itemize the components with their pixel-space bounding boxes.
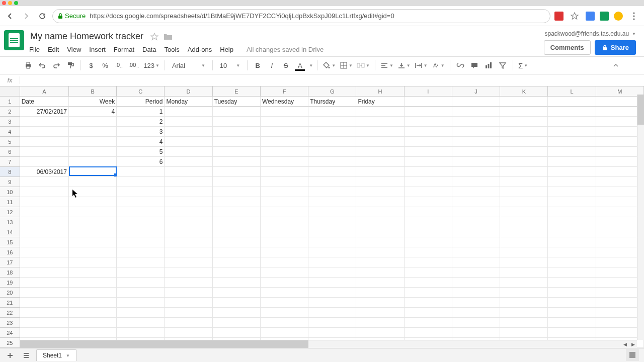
cell[interactable] (405, 288, 452, 298)
column-header[interactable]: D (165, 86, 212, 97)
cell[interactable] (213, 127, 261, 137)
cell[interactable] (20, 207, 69, 217)
cell[interactable] (117, 308, 165, 318)
cell[interactable] (117, 267, 165, 278)
column-header[interactable]: H (356, 86, 404, 97)
row-header[interactable]: 15 (0, 237, 20, 247)
cell[interactable] (500, 328, 548, 338)
cell[interactable] (548, 107, 596, 117)
cell[interactable] (452, 247, 500, 257)
cell[interactable] (452, 137, 500, 147)
cell[interactable] (20, 318, 69, 328)
row-header[interactable]: 25 (0, 338, 20, 348)
folder-icon[interactable] (164, 33, 173, 41)
row-header[interactable]: 4 (0, 127, 20, 137)
cell[interactable] (405, 207, 452, 217)
cell[interactable] (500, 227, 548, 237)
row-header[interactable]: 18 (0, 267, 20, 278)
cell[interactable]: 4 (117, 137, 165, 147)
cell[interactable] (165, 298, 212, 308)
cell[interactable] (117, 328, 165, 338)
profile-avatar[interactable] (614, 12, 623, 21)
doc-title[interactable]: My name Homework tracker (28, 30, 145, 43)
cell[interactable]: Week (69, 97, 117, 107)
cell[interactable] (165, 137, 212, 147)
cell[interactable] (213, 117, 261, 127)
cell[interactable] (20, 298, 69, 308)
cell[interactable] (356, 127, 404, 137)
cell[interactable] (308, 318, 356, 328)
cell[interactable] (261, 328, 308, 338)
cell[interactable] (213, 328, 261, 338)
cell[interactable] (452, 318, 500, 328)
row-header[interactable]: 2 (0, 107, 20, 117)
cell[interactable] (405, 107, 452, 117)
column-header[interactable]: J (452, 86, 500, 97)
cell[interactable] (69, 328, 117, 338)
cell[interactable] (165, 177, 212, 187)
cell[interactable] (117, 177, 165, 187)
cell[interactable] (500, 197, 548, 207)
window-close-icon[interactable] (2, 1, 6, 5)
cell[interactable] (213, 298, 261, 308)
cell[interactable] (500, 167, 548, 177)
cell[interactable] (405, 278, 452, 288)
cell[interactable] (356, 147, 404, 157)
cell[interactable] (20, 217, 69, 227)
cell[interactable] (500, 177, 548, 187)
cell[interactable] (213, 227, 261, 237)
cell[interactable] (405, 267, 452, 278)
cell[interactable] (548, 167, 596, 177)
chrome-menu-icon[interactable] (628, 10, 640, 22)
cell[interactable] (500, 117, 548, 127)
cell[interactable] (500, 298, 548, 308)
column-header[interactable]: K (500, 86, 548, 97)
text-rotation-icon[interactable]: A▼ (431, 59, 446, 71)
cell[interactable] (213, 267, 261, 278)
cell[interactable] (405, 97, 452, 107)
cell[interactable]: 06/03/2017 (20, 167, 69, 177)
cell[interactable] (213, 197, 261, 207)
font-size-select[interactable]: 10▼ (217, 59, 243, 71)
cell[interactable] (20, 137, 69, 147)
cell[interactable] (69, 227, 117, 237)
cell[interactable] (356, 107, 404, 117)
cell[interactable] (452, 187, 500, 197)
cell[interactable] (165, 197, 212, 207)
cell[interactable] (405, 227, 452, 237)
cell[interactable] (500, 107, 548, 117)
cell[interactable] (165, 328, 212, 338)
cell[interactable] (213, 217, 261, 227)
row-header[interactable]: 10 (0, 187, 20, 197)
redo-icon[interactable] (50, 59, 62, 71)
cell[interactable] (117, 247, 165, 257)
cell[interactable] (69, 247, 117, 257)
cell[interactable] (69, 318, 117, 328)
cell[interactable] (165, 267, 212, 278)
vertical-scrollbar[interactable] (637, 95, 644, 340)
cell[interactable] (20, 157, 69, 167)
share-button[interactable]: Share (595, 40, 636, 55)
cell[interactable] (261, 137, 308, 147)
cell[interactable] (548, 288, 596, 298)
cell[interactable] (213, 288, 261, 298)
cell[interactable] (69, 147, 117, 157)
cell[interactable] (20, 187, 69, 197)
cell[interactable] (452, 237, 500, 247)
cell[interactable] (261, 167, 308, 177)
column-header[interactable]: F (261, 86, 308, 97)
cell[interactable] (500, 157, 548, 167)
cell[interactable] (261, 217, 308, 227)
cell[interactable] (548, 217, 596, 227)
merge-cells-icon[interactable]: ▼ (356, 59, 371, 71)
cell[interactable] (405, 157, 452, 167)
increase-decimal-button[interactable]: .00→ (127, 59, 140, 71)
column-header[interactable]: A (20, 86, 69, 97)
window-zoom-icon[interactable] (14, 1, 18, 5)
cell[interactable] (356, 298, 404, 308)
cell[interactable] (20, 288, 69, 298)
forward-button[interactable] (20, 10, 32, 22)
row-header[interactable]: 7 (0, 157, 20, 167)
cell[interactable] (69, 167, 117, 177)
insert-link-icon[interactable] (454, 59, 466, 71)
